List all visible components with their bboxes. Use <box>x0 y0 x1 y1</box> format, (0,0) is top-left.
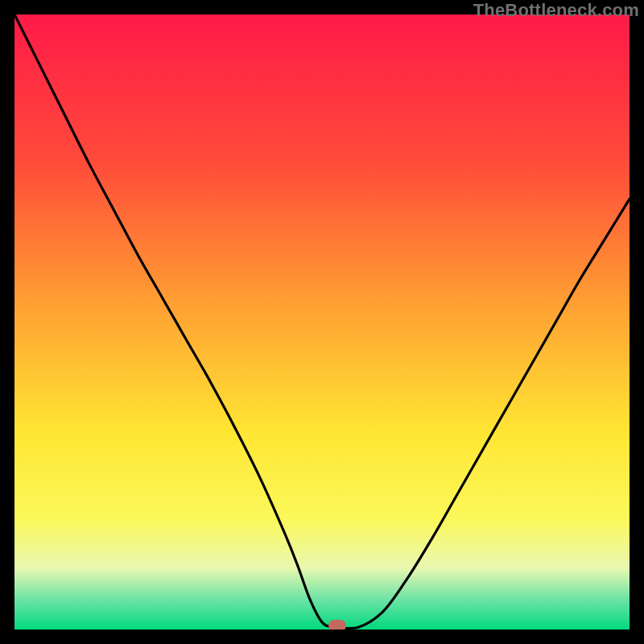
optimum-marker <box>328 620 346 630</box>
bottleneck-curve <box>14 14 630 630</box>
chart-frame: TheBottleneck.com <box>0 0 644 644</box>
watermark-text: TheBottleneck.com <box>473 0 639 21</box>
plot-area <box>14 14 630 630</box>
